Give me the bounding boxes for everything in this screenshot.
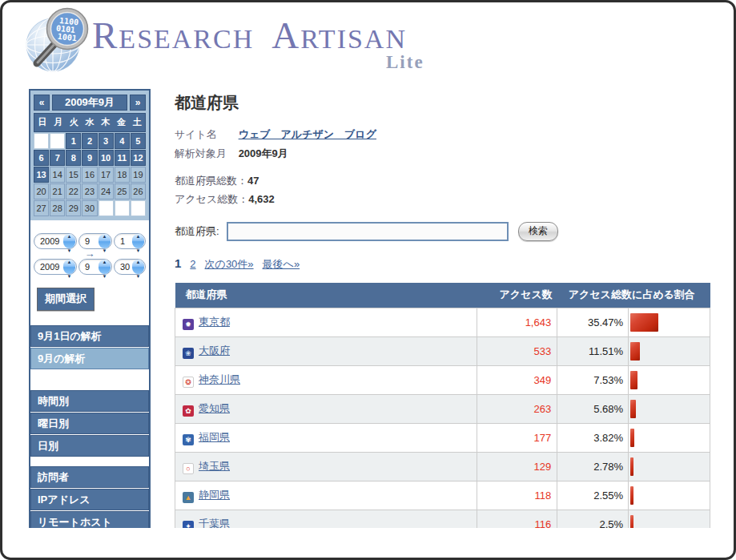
prefecture-cell: ✾福岡県	[175, 423, 477, 452]
calendar-empty-cell	[115, 200, 130, 216]
access-ratio-value: 35.47%	[557, 308, 629, 336]
prefecture-link-fukuoka[interactable]: 福岡県	[199, 431, 230, 443]
calendar-next-month-button[interactable]: »	[130, 95, 146, 111]
sidebar-item-daily[interactable]: 日別	[30, 435, 149, 457]
prefecture-link-kanagawa[interactable]: 神奈川県	[199, 373, 240, 385]
table-row-osaka: ❀大阪府53311.51%	[175, 336, 710, 365]
stepper-arrows-icon	[99, 234, 111, 248]
calendar-day-4[interactable]: 4	[115, 133, 130, 149]
calendar-day-16: 16	[82, 167, 97, 183]
sidebar-item-sep-analysis[interactable]: 9月の解析	[30, 348, 149, 369]
calendar-day-6[interactable]: 6	[34, 150, 49, 166]
site-name-link[interactable]: ウェブ アルチザン ブログ	[239, 128, 376, 140]
page-frame: 1100 0101 1001 RESEARCH ARTISAN Lite « 2…	[0, 0, 736, 560]
sidebar-item-hourly[interactable]: 時間別	[30, 390, 149, 412]
to-year-select[interactable]: 2009	[34, 259, 77, 275]
ratio-bar-cell	[629, 481, 710, 510]
brand-title: RESEARCH ARTISAN	[92, 14, 407, 61]
calendar-nav: « 2009年9月 »	[34, 95, 146, 111]
access-ratio-value: 7.53%	[557, 365, 629, 394]
totals: 都道府県総数：47 アクセス総数：4,632	[175, 173, 711, 210]
to-day-select[interactable]: 30	[114, 259, 146, 275]
prefecture-cell: ✿愛知県	[175, 394, 477, 423]
calendar-day-25: 25	[115, 183, 130, 199]
calendar-day-11[interactable]: 11	[115, 150, 130, 166]
ratio-bar	[630, 515, 633, 529]
pagination-link-1[interactable]: 2	[190, 258, 195, 270]
calendar-day-1[interactable]: 1	[66, 133, 81, 149]
prefecture-link-shizuoka[interactable]: 静岡県	[199, 489, 230, 501]
from-day-select[interactable]: 1	[114, 233, 146, 249]
prefecture-cell: ▲静岡県	[175, 481, 477, 510]
calendar-day-17: 17	[99, 167, 114, 183]
calendar-day-9[interactable]: 9	[82, 150, 97, 166]
access-ratio-value: 2.55%	[557, 481, 629, 510]
calendar-day-7[interactable]: 7	[50, 150, 65, 166]
sidebar-item-ip-address[interactable]: IPアドレス	[30, 489, 149, 510]
calendar-day-5[interactable]: 5	[131, 133, 146, 149]
prefecture-emblem-icon: ❂	[183, 377, 194, 388]
ratio-bar-cell	[629, 365, 710, 394]
period-select-button[interactable]: 期間選択	[37, 288, 95, 311]
brand-subtitle: Lite	[386, 52, 424, 73]
prefecture-link-chiba[interactable]: 千葉県	[199, 518, 230, 529]
prefecture-emblem-icon: ✾	[183, 434, 194, 445]
header-access-count: アクセス数	[477, 283, 557, 308]
prefecture-link-aichi[interactable]: 愛知県	[199, 402, 230, 414]
table-row-kanagawa: ❂神奈川県3497.53%	[175, 365, 710, 394]
main-content: 都道府県 サイト名 ウェブ アルチザン ブログ 解析対象月 2009年9月 都道…	[175, 89, 711, 528]
prefecture-emblem-icon: ✦	[183, 521, 194, 529]
prefecture-search-input[interactable]	[227, 222, 509, 241]
page-title: 都道府県	[175, 92, 711, 114]
range-arrow: →	[33, 249, 147, 259]
calendar-day-2[interactable]: 2	[82, 133, 97, 149]
pagination-link-2[interactable]: 次の30件»	[205, 258, 254, 270]
prefecture-total-row: 都道府県総数：47	[175, 173, 711, 191]
prefecture-emblem-icon: ✹	[183, 319, 194, 330]
calendar-day-22: 22	[66, 183, 81, 199]
pagination-link-3[interactable]: 最後へ»	[263, 258, 300, 270]
search-button[interactable]: 検索	[518, 222, 558, 241]
calendar-day-13[interactable]: 13	[34, 167, 49, 183]
prefecture-link-tokyo[interactable]: 東京都	[199, 316, 230, 328]
prefecture-emblem-icon: ▲	[183, 492, 194, 503]
calendar-empty-cell	[50, 133, 65, 149]
access-ratio-value: 2.78%	[557, 452, 629, 481]
prefecture-cell: ❂神奈川県	[175, 365, 477, 394]
weekday-label: 木	[98, 114, 114, 131]
calendar-day-12[interactable]: 12	[131, 150, 146, 166]
ratio-bar-cell	[629, 336, 710, 365]
ratio-bar-cell	[629, 308, 710, 336]
from-month-select[interactable]: 9	[78, 233, 112, 249]
sidebar-item-visitors[interactable]: 訪問者	[30, 466, 149, 488]
calendar-day-8[interactable]: 8	[66, 150, 81, 166]
calendar-day-10[interactable]: 10	[99, 150, 114, 166]
from-year-select[interactable]: 2009	[34, 233, 77, 249]
prefecture-link-osaka[interactable]: 大阪府	[199, 344, 230, 357]
sidebar-item-remote-host[interactable]: リモートホスト	[30, 511, 149, 528]
header-access-ratio: アクセス総数に占める割合	[557, 283, 710, 308]
sidebar-item-sep1-analysis[interactable]: 9月1日の解析	[30, 325, 149, 347]
calendar-empty-cell	[34, 133, 49, 149]
page-viewport: 1100 0101 1001 RESEARCH ARTISAN Lite « 2…	[2, 2, 734, 528]
table-body: ✹東京都1,64335.47%❀大阪府53311.51%❂神奈川県3497.53…	[175, 308, 710, 528]
ratio-bar-cell	[629, 452, 710, 481]
calendar-day-15: 15	[66, 167, 81, 183]
ratio-bar	[630, 400, 636, 418]
weekday-label: 水	[82, 114, 98, 131]
ratio-bar	[630, 371, 637, 389]
ratio-bar	[630, 486, 633, 505]
calendar-day-24: 24	[99, 183, 114, 199]
calendar-day-3[interactable]: 3	[99, 133, 114, 149]
stepper-arrows-icon	[63, 234, 75, 248]
sidebar-item-by-weekday[interactable]: 曜日別	[30, 413, 149, 434]
calendar-day-26: 26	[131, 183, 146, 199]
weekday-label: 日	[34, 114, 50, 131]
access-count-value: 177	[477, 423, 557, 452]
pagination-current-page: 1	[175, 256, 181, 270]
calendar-prev-month-button[interactable]: «	[34, 95, 50, 111]
prefecture-link-saitama[interactable]: 埼玉県	[199, 460, 230, 472]
access-ratio-value: 3.82%	[557, 423, 629, 452]
table-row-shizuoka: ▲静岡県1182.55%	[175, 481, 710, 510]
to-month-select[interactable]: 9	[78, 259, 112, 275]
